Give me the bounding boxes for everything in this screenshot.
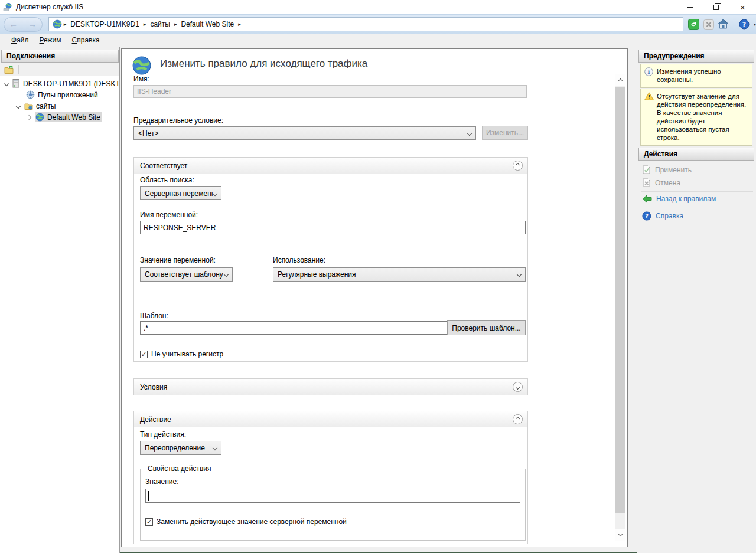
apply-action: Применить (642, 165, 692, 174)
breadcrumb-expander-icon[interactable]: ▸ (64, 21, 67, 27)
back-to-rules-action[interactable]: Назад к правилам (642, 195, 716, 203)
breadcrumb-expander-icon[interactable]: ▸ (144, 21, 146, 27)
selected-tree-item[interactable]: Default Web Site (35, 112, 102, 122)
tree-item-label: сайты (36, 102, 56, 110)
home-button[interactable] (718, 19, 729, 30)
name-label: Имя: (133, 75, 149, 83)
chevron-down-icon (517, 272, 522, 277)
menu-bar: Файл Режим Справка (0, 34, 756, 47)
menu-help[interactable]: Справка (67, 34, 105, 46)
tree-expander-expanded-icon[interactable] (16, 103, 21, 108)
value-label: Значение: (145, 477, 179, 486)
connections-header: Подключения (1, 50, 119, 63)
action-section: Действие Тип действия: Переопределение С… (133, 411, 528, 544)
breadcrumb-item-sites[interactable]: сайты (150, 20, 170, 28)
page-title: Изменить правило для исходящего трафика (160, 58, 367, 70)
restore-icon (713, 5, 719, 10)
chevron-down-icon (224, 272, 229, 277)
scroll-up-button[interactable] (615, 74, 625, 86)
collapse-section-button[interactable] (513, 414, 523, 424)
actions-divider (641, 191, 753, 192)
breadcrumb-expander-icon[interactable]: ▸ (174, 21, 177, 27)
tree-expander-expanded-icon[interactable] (4, 81, 9, 86)
collapse-section-button[interactable] (513, 161, 523, 171)
help-dropdown-caret-icon[interactable]: ▾ (754, 22, 756, 27)
warning-icon: ! (644, 92, 654, 100)
pattern-input[interactable] (140, 321, 447, 335)
conditions-section: Условия (133, 378, 528, 395)
stop-button (703, 19, 715, 30)
match-section-header[interactable]: Соответствует (134, 158, 527, 174)
cancel-label: Отмена (655, 179, 680, 187)
tree-expander-collapsed-icon[interactable] (27, 114, 31, 119)
action-section-header[interactable]: Действие (134, 411, 527, 427)
address-bar-icons: ? ▾ (688, 19, 756, 30)
usage-label: Использование: (273, 256, 325, 264)
tree-item-default-web-site[interactable]: Default Web Site (27, 112, 102, 123)
precondition-label: Предварительное условие: (133, 116, 223, 125)
breadcrumb-item-server[interactable]: DESKTOP-U1MK9D1 (70, 20, 139, 28)
menu-view[interactable]: Режим (34, 34, 67, 46)
connections-panel: Подключения DESKTOP-U1MK9D1 (DESKTOP (0, 47, 120, 553)
action-type-label: Тип действия: (140, 430, 186, 439)
value-type-label: Значение переменной: (140, 256, 216, 264)
feature-page: Изменить правило для исходящего трафика … (121, 48, 628, 547)
match-section: Соответствует Область поиска: Серверная … (133, 157, 528, 362)
toolbar-divider (18, 65, 19, 74)
checkbox-checked-icon: ✓ (140, 351, 148, 358)
pattern-label: Шаблон: (140, 312, 168, 320)
expand-section-button[interactable] (513, 382, 523, 392)
menu-file[interactable]: Файл (6, 34, 34, 46)
scope-value: Серверная переменн (145, 189, 213, 198)
save-connection-folder-icon[interactable] (4, 66, 14, 74)
tree-item-sites[interactable]: сайты (17, 100, 56, 112)
actions-divider (641, 208, 753, 208)
apply-label: Применить (655, 166, 692, 174)
tree-item-label: Default Web Site (47, 113, 100, 122)
help-label: Справка (656, 212, 683, 220)
restore-button[interactable] (703, 0, 729, 14)
actions-header: Действия (638, 148, 754, 161)
server-icon (12, 79, 20, 88)
variable-name-input[interactable] (140, 221, 526, 234)
warning-message-box: ! Отсутствует значение для действия пере… (640, 89, 752, 146)
vertical-scrollbar[interactable] (615, 74, 625, 541)
checkbox-checked-icon: ✓ (145, 518, 153, 526)
tree-item-app-pools[interactable]: Пулы приложений (26, 89, 98, 100)
precondition-value: <Нет> (138, 129, 468, 138)
refresh-button[interactable] (688, 19, 700, 30)
help-button[interactable]: ? (738, 19, 750, 30)
navigation-buttons: ← → (4, 17, 43, 32)
sites-folder-icon (24, 102, 33, 110)
breadcrumb-expander-icon[interactable]: ▸ (238, 21, 241, 27)
scope-select[interactable]: Серверная переменн (140, 186, 221, 200)
help-action[interactable]: ? Справка (642, 211, 683, 221)
toolbar-divider (734, 19, 734, 30)
minimize-button[interactable] (676, 0, 703, 14)
precondition-select[interactable]: <Нет> (133, 126, 476, 140)
app-icon (3, 2, 12, 12)
conditions-section-header[interactable]: Условия (134, 379, 527, 395)
breadcrumb-item-default-web-site[interactable]: Default Web Site (181, 20, 234, 28)
edit-precondition-button: Изменить... (482, 126, 528, 140)
value-type-select[interactable]: Соответствует шаблону (140, 267, 233, 282)
globe-icon (53, 19, 62, 29)
cancel-action: Отмена (642, 178, 680, 187)
application-pools-icon (26, 90, 35, 99)
chevron-up-icon (618, 78, 623, 82)
usage-select[interactable]: Регулярные выражения (273, 267, 526, 282)
tree-item-server[interactable]: DESKTOP-U1MK9D1 (DESKTOP (5, 78, 119, 89)
test-pattern-button[interactable]: Проверить шаблон... (447, 320, 526, 335)
help-icon: ? (642, 211, 651, 221)
action-value-input[interactable] (145, 489, 520, 503)
action-type-select[interactable]: Переопределение (140, 441, 221, 455)
scroll-down-button[interactable] (615, 529, 625, 541)
scrollbar-thumb[interactable] (615, 87, 625, 513)
svg-text:!: ! (648, 94, 650, 100)
replace-value-checkbox[interactable]: ✓ Заменить действующее значение серверно… (145, 518, 347, 526)
close-button[interactable]: × (729, 0, 756, 14)
tree-item-label: Пулы приложений (38, 91, 98, 99)
warning-message: Отсутствует значение для действия переоп… (657, 93, 746, 141)
chevron-down-icon (213, 191, 217, 195)
ignore-case-checkbox[interactable]: ✓ Не учитывать регистр (140, 350, 223, 358)
